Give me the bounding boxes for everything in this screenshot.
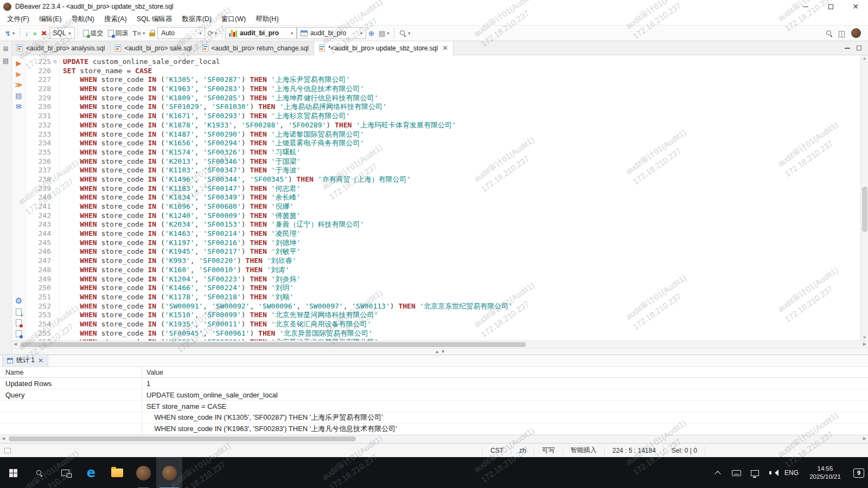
file-explorer-button[interactable] bbox=[104, 457, 130, 488]
horizontal-scroll-thumb[interactable] bbox=[9, 436, 356, 441]
save-file-icon[interactable] bbox=[16, 319, 22, 326]
network-button[interactable]: ⊕ bbox=[366, 27, 376, 40]
editor-tab[interactable]: <audit_bi_pro> sale.sql bbox=[110, 41, 197, 55]
network-button[interactable] bbox=[745, 457, 764, 488]
column-header-value[interactable]: Value bbox=[142, 367, 868, 377]
column-header-name[interactable]: Name bbox=[0, 367, 142, 377]
fold-marker[interactable]: ⊖ bbox=[51, 57, 60, 67]
minimize-view-icon[interactable] bbox=[845, 48, 850, 49]
perspective-icon[interactable]: ◫ bbox=[838, 29, 846, 37]
editor-tab[interactable]: *<audit_bi_pro> update_sbz_store.sql✕ bbox=[314, 41, 454, 55]
explain-plan-icon[interactable]: ▤ bbox=[15, 92, 22, 99]
line-number: 225 bbox=[26, 57, 51, 67]
search-menu-button[interactable]: ▾ bbox=[397, 27, 412, 40]
editor-vertical-scrollbar[interactable]: ▲ ▼ bbox=[860, 55, 868, 341]
tab-close-icon[interactable]: ✕ bbox=[442, 44, 448, 52]
new-file-icon[interactable] bbox=[16, 309, 22, 316]
schema-combo[interactable]: audit_bi_pro▾ bbox=[297, 27, 366, 39]
menu-item[interactable]: SQL 编辑器 bbox=[132, 15, 177, 24]
scroll-left-icon[interactable]: ◀ bbox=[14, 342, 17, 346]
menu-item[interactable]: 编辑(E) bbox=[34, 15, 67, 24]
editor-type-combo[interactable]: SQL▾ bbox=[49, 27, 75, 39]
menu-item[interactable]: 导航(N) bbox=[67, 15, 99, 24]
execute-new-tab-icon[interactable]: ▶ bbox=[16, 70, 22, 78]
tab-close-icon[interactable]: ✕ bbox=[38, 357, 43, 364]
settings-gear-icon[interactable]: ⚙ bbox=[15, 297, 22, 305]
code-line: 228 WHEN store_code IN ('K1963', 'SF0028… bbox=[26, 85, 860, 94]
row-value-cell: 1 bbox=[142, 378, 868, 389]
fold-marker bbox=[51, 112, 60, 121]
restore-view-icon[interactable]: ▤ bbox=[3, 57, 9, 64]
scroll-right-icon[interactable]: ▶ bbox=[863, 342, 866, 346]
table-row[interactable]: QueryUPDATE custom_online_sale_order_loc… bbox=[0, 389, 868, 401]
fetch-button[interactable]: ↓ bbox=[23, 27, 31, 40]
commit-mode-combo[interactable]: Auto▾ bbox=[157, 27, 205, 39]
maximize-view-icon[interactable] bbox=[857, 46, 861, 50]
cancel-button[interactable]: ✖ bbox=[39, 27, 49, 40]
autocommit-lock-button[interactable] bbox=[147, 27, 157, 40]
menu-item[interactable]: 文件(F) bbox=[2, 15, 34, 24]
edge-button[interactable]: e bbox=[78, 457, 104, 488]
menu-item[interactable]: 搜索(A) bbox=[99, 15, 132, 24]
execute-script-icon[interactable]: ≫ bbox=[15, 81, 23, 88]
language-indicator[interactable]: ENG bbox=[782, 457, 801, 488]
statistics-tab[interactable]: 统计 1 ✕ bbox=[2, 354, 48, 367]
table-row[interactable]: WHEN store_code IN ('K1305', 'SF00287') … bbox=[0, 412, 868, 423]
sash-up-icon[interactable]: ▲ bbox=[435, 350, 439, 354]
panel-sash[interactable]: ▲ ▼ bbox=[12, 348, 868, 355]
editor-tabs: <audit_bi_pro> analysis.sql<audit_bi_pro… bbox=[12, 41, 868, 55]
editor-horizontal-scrollbar[interactable]: ◀ ▶ bbox=[12, 341, 868, 348]
code-area[interactable]: 225⊖UPDATE custom_online_sale_order_loca… bbox=[26, 55, 860, 341]
notification-center-button[interactable]: 9 bbox=[850, 457, 868, 488]
rollback-button[interactable]: 回滚 bbox=[106, 27, 131, 40]
maximize-button[interactable] bbox=[818, 0, 843, 13]
output-button[interactable]: ▤▾ bbox=[376, 27, 391, 40]
dbeaver-taskbar-button-active[interactable] bbox=[156, 457, 182, 488]
clock[interactable]: 14:55 2025/10/21 bbox=[801, 457, 850, 488]
minimize-button[interactable] bbox=[793, 0, 818, 13]
vertical-scroll-thumb[interactable] bbox=[862, 187, 867, 232]
new-connection-button[interactable]: ↯▾ bbox=[3, 27, 17, 40]
quick-search-icon[interactable] bbox=[826, 30, 833, 37]
horizontal-scroll-thumb[interactable] bbox=[21, 342, 526, 347]
restore-navigator-icon[interactable]: ⊞ bbox=[3, 46, 8, 52]
close-button[interactable]: ✕ bbox=[843, 0, 868, 13]
status-item: 可写 bbox=[534, 446, 563, 455]
connection-combo[interactable]: audit_bi_pro▾ bbox=[225, 27, 297, 39]
editor-tab[interactable]: <audit_bi_pro> return_change.sql bbox=[197, 41, 314, 55]
execute-statement-icon[interactable]: ▶ bbox=[16, 60, 22, 67]
touch-keyboard-button[interactable] bbox=[727, 457, 745, 488]
cross-icon: ✖ bbox=[41, 30, 47, 37]
line-number: 249 bbox=[26, 275, 51, 284]
refresh-button[interactable]: ⟳▾ bbox=[205, 27, 219, 40]
results-horizontal-scrollbar[interactable]: ◀ ▶ bbox=[0, 435, 868, 443]
commit-button[interactable]: 提交 bbox=[81, 27, 106, 40]
code-line: 254 WHEN store_code IN ('K1935', 'SF0001… bbox=[26, 320, 860, 329]
editor-tab[interactable]: <audit_bi_pro> analysis.sql bbox=[12, 41, 110, 55]
table-row[interactable]: Updated Rows1 bbox=[0, 378, 868, 389]
scroll-up-icon[interactable]: ▲ bbox=[861, 56, 868, 61]
task-view-button[interactable] bbox=[52, 457, 78, 488]
scroll-down-icon[interactable]: ▼ bbox=[861, 335, 868, 340]
start-button[interactable] bbox=[0, 457, 26, 488]
log-file-icon[interactable] bbox=[16, 330, 22, 337]
volume-button[interactable] bbox=[764, 457, 782, 488]
table-row[interactable]: WHEN store_code IN ('K1963', 'SF00283') … bbox=[0, 423, 868, 435]
scroll-left-icon[interactable]: ◀ bbox=[2, 436, 5, 441]
hidden-icons-button[interactable] bbox=[709, 457, 727, 488]
table-row[interactable]: SET store_name = CASE bbox=[0, 401, 868, 412]
menu-item[interactable]: 窗口(W) bbox=[216, 15, 251, 24]
scroll-right-icon[interactable]: ▶ bbox=[863, 436, 866, 441]
line-number: 253 bbox=[26, 311, 51, 320]
transaction-mode-button[interactable]: T≡▾ bbox=[131, 27, 148, 40]
execute-button[interactable]: » bbox=[30, 27, 39, 40]
sash-down-icon[interactable]: ▼ bbox=[441, 350, 445, 354]
menu-item[interactable]: 数据库(D) bbox=[177, 15, 216, 24]
taskbar-search-button[interactable] bbox=[26, 457, 52, 488]
dbeaver-taskbar-button[interactable] bbox=[130, 457, 156, 488]
menu-item[interactable]: 帮助(H) bbox=[251, 15, 283, 24]
schema-label: audit_bi_pro bbox=[310, 29, 346, 37]
export-icon[interactable]: ✉ bbox=[16, 103, 22, 110]
task-view-icon bbox=[61, 470, 69, 476]
status-console-icon[interactable] bbox=[4, 448, 11, 453]
